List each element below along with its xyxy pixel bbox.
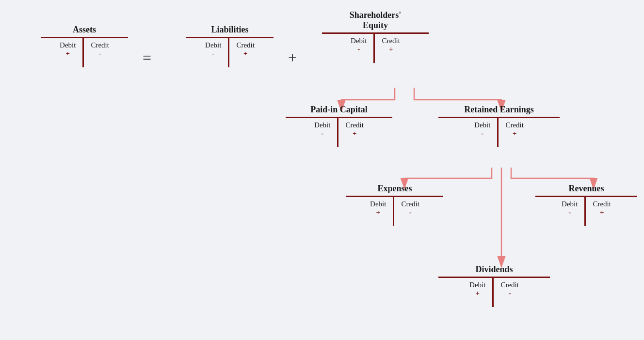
assets-credit-label: Credit	[91, 41, 109, 49]
pic-debit-label: Debit	[314, 121, 330, 129]
liabilities-credit-sign: +	[243, 49, 248, 58]
div-credit-label: Credit	[500, 281, 519, 289]
assets-title: Assets	[73, 25, 96, 35]
se-debit-sign: -	[357, 45, 360, 53]
re-credit-sign: +	[513, 129, 517, 138]
liabilities-debit-sign: -	[212, 49, 214, 58]
assets-debit-label: Debit	[60, 41, 76, 49]
exp-debit-label: Debit	[370, 200, 386, 208]
rev-credit-label: Credit	[593, 200, 611, 208]
liabilities-t-account: Liabilities Debit - Credit +	[186, 25, 274, 67]
dividends-title: Dividends	[475, 264, 513, 275]
exp-credit-label: Credit	[401, 200, 419, 208]
revenues-t-account: Revenues Debit - Credit +	[535, 184, 637, 226]
paid-in-capital-t-account: Paid-in Capital Debit - Credit +	[286, 105, 392, 147]
re-debit-sign: -	[481, 129, 483, 138]
exp-debit-sign: +	[376, 208, 380, 216]
div-credit-sign: -	[509, 289, 511, 297]
rev-debit-label: Debit	[562, 200, 578, 208]
liabilities-credit-label: Credit	[236, 41, 255, 49]
rev-credit-sign: +	[600, 208, 604, 216]
pic-credit-sign: +	[353, 129, 357, 138]
exp-credit-sign: -	[409, 208, 412, 216]
se-credit-label: Credit	[382, 37, 400, 45]
shareholders-equity-title: Shareholders'Equity	[350, 10, 402, 31]
re-debit-label: Debit	[474, 121, 490, 129]
dividends-t-account: Dividends Debit + Credit -	[438, 264, 550, 307]
assets-t-account: Assets Debit + Credit -	[41, 25, 128, 67]
revenues-title: Revenues	[569, 184, 604, 194]
expenses-title: Expenses	[377, 184, 412, 194]
pic-debit-sign: -	[321, 129, 323, 138]
paid-in-capital-title: Paid-in Capital	[310, 105, 368, 115]
assets-credit-sign: -	[99, 49, 101, 58]
assets-debit-sign: +	[65, 49, 70, 58]
shareholders-equity-t-account: Shareholders'Equity Debit - Credit +	[322, 10, 429, 63]
se-credit-sign: +	[389, 45, 393, 53]
div-debit-label: Debit	[469, 281, 485, 289]
pic-credit-label: Credit	[345, 121, 364, 129]
accounting-diagram: Assets Debit + Credit - = Liabilities De…	[12, 5, 632, 335]
re-credit-label: Credit	[505, 121, 524, 129]
div-debit-sign: +	[475, 289, 480, 297]
retained-earnings-t-account: Retained Earnings Debit - Credit +	[438, 105, 560, 147]
plus-sign: +	[288, 49, 297, 67]
expenses-t-account: Expenses Debit + Credit -	[346, 184, 443, 226]
liabilities-title: Liabilities	[211, 25, 248, 35]
equals-sign: =	[143, 49, 151, 67]
retained-earnings-title: Retained Earnings	[464, 105, 534, 115]
rev-debit-sign: -	[568, 208, 571, 216]
se-debit-label: Debit	[351, 37, 367, 45]
liabilities-debit-label: Debit	[205, 41, 221, 49]
